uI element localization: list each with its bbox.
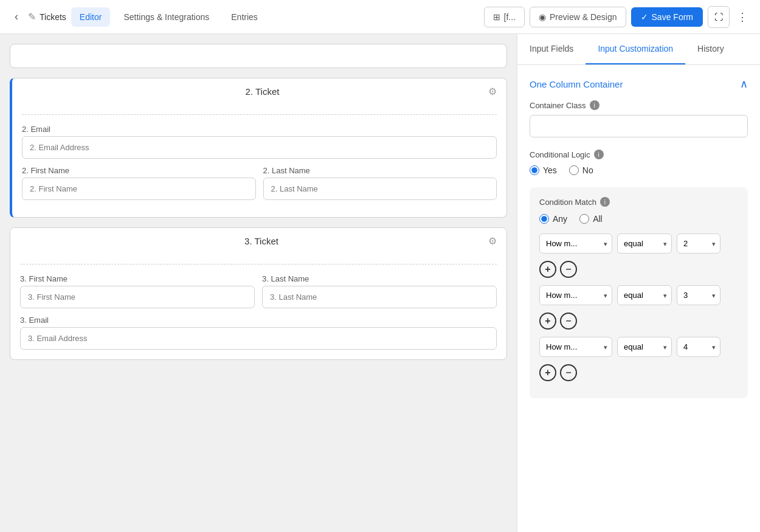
condition-2-op-select-wrapper: equal	[617, 285, 672, 305]
form-block-ticket-3-title: 3. Ticket	[35, 236, 488, 246]
field-3-firstname: 3. First Name	[20, 274, 255, 308]
condition-1-op-select[interactable]: equal	[617, 233, 672, 254]
row-3-name: 3. First Name 3. Last Name	[20, 264, 497, 308]
form-block-ticket-3: 3. Ticket ⚙ 3. First Name 3. Last Name	[10, 227, 507, 360]
tab-history[interactable]: History	[685, 34, 736, 64]
condition-3-val-select-wrapper: 4	[677, 337, 720, 357]
fullscreen-button[interactable]: ⛶	[708, 6, 730, 28]
condition-2-op-select[interactable]: equal	[617, 285, 672, 305]
add-remove-row-2: + −	[539, 313, 738, 330]
top-navigation: ‹ ✎ Tickets Editor Settings & Integratio…	[0, 0, 760, 34]
tickets-icon: ✎	[28, 11, 36, 22]
add-remove-row-1: + −	[539, 261, 738, 278]
radio-no-input[interactable]	[569, 165, 579, 175]
radio-all-label: All	[593, 214, 603, 224]
radio-any-input[interactable]	[539, 214, 549, 224]
form-block-ticket-3-inner: 3. First Name 3. Last Name 3. Email	[10, 254, 506, 359]
form-id-button[interactable]: ⊞ [f...	[484, 7, 525, 27]
add-condition-1-button[interactable]: +	[539, 261, 556, 278]
container-class-input[interactable]	[530, 115, 748, 137]
input-3-email[interactable]	[20, 327, 497, 350]
condition-match-box: Condition Match i Any All	[530, 187, 748, 398]
condition-match-info-icon: i	[600, 197, 610, 207]
condition-1-field-select[interactable]: How m...	[539, 233, 612, 254]
section-title: One Column Container	[530, 79, 623, 89]
field-3-email: 3. Email	[20, 316, 497, 350]
form-block-ticket-2: 2. Ticket ⚙ 2. Email 2. First Name 2. La…	[10, 78, 507, 218]
label-2-email: 2. Email	[22, 125, 497, 134]
left-panel: 2. Ticket ⚙ 2. Email 2. First Name 2. La…	[0, 34, 517, 532]
tab-input-customization[interactable]: Input Customization	[586, 34, 685, 64]
tab-input-fields[interactable]: Input Fields	[517, 34, 586, 64]
condition-2-field-select-wrapper: How m...	[539, 285, 612, 305]
radio-all-option[interactable]: All	[579, 214, 603, 224]
input-2-firstname[interactable]	[22, 178, 256, 200]
condition-1-val-select[interactable]: 2	[677, 233, 720, 254]
input-2-email[interactable]	[22, 136, 497, 159]
field-2-email: 2. Email	[22, 114, 497, 159]
condition-3-field-select[interactable]: How m...	[539, 337, 612, 357]
conditional-logic-info-icon: i	[594, 150, 604, 159]
condition-1-val-select-wrapper: 2	[677, 233, 720, 254]
condition-3-op-select[interactable]: equal	[617, 337, 672, 357]
condition-match-radio-group: Any All	[539, 214, 738, 224]
input-3-firstname[interactable]	[20, 286, 255, 308]
gear-icon-ticket-2[interactable]: ⚙	[488, 86, 497, 97]
preview-design-button[interactable]: ◉ Preview & Design	[530, 7, 626, 27]
save-label: Save Form	[652, 12, 693, 22]
add-condition-2-button[interactable]: +	[539, 313, 556, 330]
condition-2-field-select[interactable]: How m...	[539, 285, 612, 305]
form-block-ticket-2-title: 2. Ticket	[36, 86, 488, 97]
condition-3-field-select-wrapper: How m...	[539, 337, 612, 357]
conditional-logic-label-text: Conditional Logic	[530, 150, 590, 159]
gear-icon-ticket-3[interactable]: ⚙	[488, 235, 497, 247]
input-2-lastname[interactable]	[263, 178, 497, 200]
save-form-button[interactable]: ✓ Save Form	[631, 7, 703, 27]
collapse-button[interactable]: ∧	[740, 77, 748, 91]
tab-entries[interactable]: Entries	[223, 7, 266, 27]
radio-any-option[interactable]: Any	[539, 214, 567, 224]
radio-yes-label: Yes	[543, 165, 557, 175]
eye-icon: ◉	[539, 12, 546, 22]
tab-editor[interactable]: Editor	[71, 7, 111, 27]
radio-all-input[interactable]	[579, 214, 589, 224]
right-tabs: Input Fields Input Customization History	[517, 34, 760, 65]
check-icon: ✓	[641, 12, 648, 22]
field-3-lastname: 3. Last Name	[262, 274, 497, 308]
condition-match-label: Condition Match i	[539, 197, 738, 207]
container-class-label: Container Class i	[530, 100, 748, 110]
condition-match-label-text: Condition Match	[539, 198, 596, 207]
condition-2-val-select[interactable]: 3	[677, 285, 720, 305]
main-layout: 2. Ticket ⚙ 2. Email 2. First Name 2. La…	[0, 34, 760, 532]
form-block-ticket-2-inner: 2. Email 2. First Name 2. Last Name	[12, 105, 506, 217]
more-menu-button[interactable]: ⋮	[734, 8, 750, 26]
condition-row-2: How m... equal 3	[539, 285, 738, 305]
radio-yes-input[interactable]	[530, 165, 539, 175]
radio-no-label: No	[582, 165, 593, 175]
radio-any-label: Any	[553, 214, 567, 224]
form-id-icon: ⊞	[493, 12, 500, 22]
condition-row-1: How m... equal 2	[539, 233, 738, 254]
remove-condition-2-button[interactable]: −	[560, 313, 577, 330]
radio-yes-option[interactable]: Yes	[530, 165, 557, 175]
condition-3-val-select[interactable]: 4	[677, 337, 720, 357]
right-panel: Input Fields Input Customization History…	[517, 34, 760, 532]
form-block-ticket-2-header: 2. Ticket ⚙	[12, 78, 506, 105]
input-3-lastname[interactable]	[262, 286, 497, 308]
condition-1-field-select-wrapper: How m...	[539, 233, 612, 254]
back-button[interactable]: ‹	[10, 8, 23, 26]
label-3-lastname: 3. Last Name	[262, 274, 497, 283]
remove-condition-3-button[interactable]: −	[560, 364, 577, 381]
row-2-name: 2. First Name 2. Last Name	[22, 166, 497, 200]
radio-no-option[interactable]: No	[569, 165, 593, 175]
top-placeholder-block	[10, 44, 507, 68]
condition-3-op-select-wrapper: equal	[617, 337, 672, 357]
conditional-logic-radio-group: Yes No	[530, 165, 748, 175]
conditional-logic-label: Conditional Logic i	[530, 150, 748, 159]
add-remove-row-3: + −	[539, 364, 738, 381]
label-3-email: 3. Email	[20, 316, 497, 325]
add-condition-3-button[interactable]: +	[539, 364, 556, 381]
tab-settings[interactable]: Settings & Integrations	[115, 7, 218, 27]
container-class-label-text: Container Class	[530, 101, 586, 110]
remove-condition-1-button[interactable]: −	[560, 261, 577, 278]
